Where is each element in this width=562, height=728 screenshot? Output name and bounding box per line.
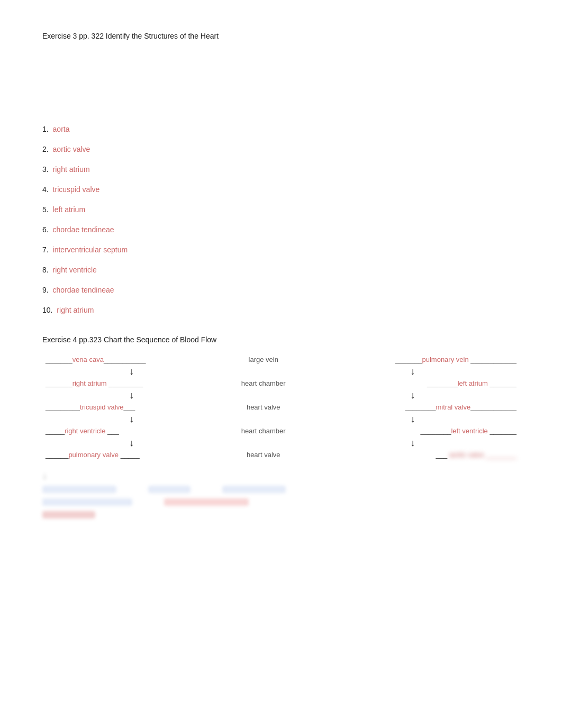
list-item-7: 7. interventricular septum: [42, 245, 520, 254]
flow-left-4: _____right ventricle ___: [42, 425, 221, 437]
flow-row-2: _______right atrium _________ heart cham…: [42, 377, 520, 389]
flow-right-5: ___ aortic valve ________: [306, 449, 520, 461]
flow-arrow-right-2: ↓: [306, 389, 520, 401]
flow-arrow-left-3: ↓: [42, 413, 221, 425]
item-9-answer: chordae tendineae: [53, 286, 114, 294]
list-item-6: 6. chordae tendineae: [42, 225, 520, 234]
blurred-text-2: [148, 486, 191, 493]
item-5-answer: left atrium: [53, 205, 85, 214]
blurred-text-4: [42, 498, 132, 506]
flow-arrow-2: ↓ ↓: [42, 389, 520, 401]
blurred-text-1: [42, 486, 116, 493]
list-item-8: 8. right ventricle: [42, 266, 520, 274]
item-9-num: 9.: [42, 286, 49, 294]
flow-row-3: _________tricuspid valve___ heart valve …: [42, 401, 520, 413]
list-item-2: 2. aortic valve: [42, 145, 520, 153]
blurred-text-3: [222, 486, 286, 493]
flow-arrow-right-3: ↓: [306, 413, 520, 425]
item-1-answer: aorta: [53, 125, 70, 133]
flow-arrow-left-4: ↓: [42, 437, 221, 449]
list-item-4: 4. tricuspid valve: [42, 185, 520, 194]
exercise4-header: Exercise 4 pp.323 Chart the Sequence of …: [42, 335, 520, 344]
flow-right-2: ________left atrium _______: [306, 377, 520, 389]
flow-center-1: large vein: [221, 353, 306, 366]
flow-arrow-4: ↓ ↓: [42, 437, 520, 449]
flow-center-5: heart valve: [221, 449, 306, 461]
flow-arrow-1: ↓ ↓: [42, 366, 520, 377]
item-6-num: 6.: [42, 225, 49, 234]
blurred-continuation: ↓: [42, 470, 520, 518]
flow-left-5: ______pulmonary valve _____: [42, 449, 221, 461]
flow-row-4: _____right ventricle ___ heart chamber _…: [42, 425, 520, 437]
item-2-num: 2.: [42, 145, 49, 153]
item-2-answer: aortic valve: [53, 145, 90, 153]
flow-right-4: ________left ventricle _______: [306, 425, 520, 437]
flow-arrow-right-1: ↓: [306, 366, 520, 377]
exercise3-header: Exercise 3 pp. 322 Identify the Structur…: [42, 32, 520, 40]
list-item-5: 5. left atrium: [42, 205, 520, 214]
list-item-3: 3. right atrium: [42, 165, 520, 174]
flow-center-3: heart valve: [221, 401, 306, 413]
numbered-list: 1. aorta 2. aortic valve 3. right atrium…: [42, 125, 520, 314]
item-10-answer: right atrium: [57, 306, 94, 314]
flow-right-1: _______pulmonary vein ____________: [306, 353, 520, 366]
flow-center-2: heart chamber: [221, 377, 306, 389]
item-10-num: 10.: [42, 306, 52, 314]
item-4-answer: tricuspid valve: [53, 185, 100, 194]
item-3-num: 3.: [42, 165, 49, 174]
flow-right-3: ________mitral valve____________: [306, 401, 520, 413]
item-7-num: 7.: [42, 245, 49, 254]
item-4-num: 4.: [42, 185, 49, 194]
item-8-num: 8.: [42, 266, 49, 274]
flow-left-2: _______right atrium _________: [42, 377, 221, 389]
item-7-answer: interventricular septum: [53, 245, 128, 254]
flow-center-4: heart chamber: [221, 425, 306, 437]
flow-arrow-left-2: ↓: [42, 389, 221, 401]
flow-left-1: _______vena cava___________: [42, 353, 221, 366]
blurred-text-5: [164, 498, 249, 506]
list-item-9: 9. chordae tendineae: [42, 286, 520, 294]
flow-arrow-3: ↓ ↓: [42, 413, 520, 425]
flow-chart: _______vena cava___________ large vein _…: [42, 353, 520, 461]
flow-row-1: _______vena cava___________ large vein _…: [42, 353, 520, 366]
list-item-1: 1. aorta: [42, 125, 520, 133]
list-item-10: 10. right atrium: [42, 306, 520, 314]
flow-arrow-left-1: ↓: [42, 366, 221, 377]
flow-left-3: _________tricuspid valve___: [42, 401, 221, 413]
item-1-num: 1.: [42, 125, 49, 133]
flow-arrow-right-4: ↓: [306, 437, 520, 449]
item-8-answer: right ventricle: [53, 266, 97, 274]
item-6-answer: chordae tendineae: [53, 225, 114, 234]
item-5-num: 5.: [42, 205, 49, 214]
blurred-text-6: [42, 511, 95, 518]
item-3-answer: right atrium: [53, 165, 90, 174]
flow-row-5: ______pulmonary valve _____ heart valve …: [42, 449, 520, 461]
